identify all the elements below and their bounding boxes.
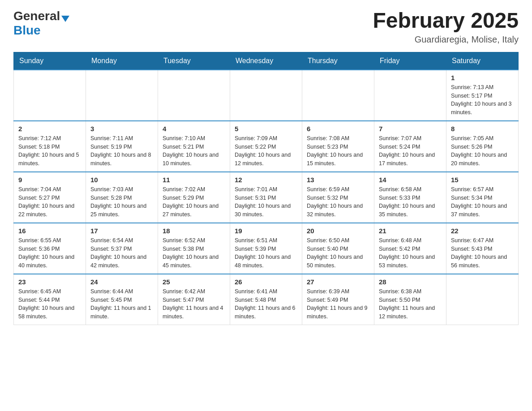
sunset-text: Sunset: 5:18 PM: [18, 144, 60, 150]
day-info: Sunrise: 7:11 AMSunset: 5:19 PMDaylight:…: [90, 134, 153, 168]
daylight-text: Daylight: 10 hours and 22 minutes.: [18, 203, 74, 218]
daylight-text: Daylight: 10 hours and 56 minutes.: [451, 254, 507, 269]
calendar-cell: [446, 274, 519, 325]
day-info: Sunrise: 7:12 AMSunset: 5:18 PMDaylight:…: [18, 134, 81, 168]
sunrise-text: Sunrise: 7:08 AM: [307, 135, 349, 141]
sunset-text: Sunset: 5:38 PM: [163, 246, 204, 252]
sunrise-text: Sunrise: 6:41 AM: [235, 288, 277, 295]
sunset-text: Sunset: 5:28 PM: [90, 195, 132, 201]
calendar-cell: 24Sunrise: 6:44 AMSunset: 5:45 PMDayligh…: [86, 274, 158, 325]
sunset-text: Sunset: 5:21 PM: [163, 144, 204, 150]
daylight-text: Daylight: 11 hours and 9 minutes.: [307, 305, 368, 320]
sunset-text: Sunset: 5:27 PM: [18, 195, 60, 201]
calendar-cell: 3Sunrise: 7:11 AMSunset: 5:19 PMDaylight…: [86, 121, 158, 172]
calendar-cell: 21Sunrise: 6:48 AMSunset: 5:42 PMDayligh…: [374, 223, 446, 274]
calendar-cell: 1Sunrise: 7:13 AMSunset: 5:17 PMDaylight…: [446, 70, 519, 121]
day-number: 14: [379, 176, 442, 184]
calendar-cell: 7Sunrise: 7:07 AMSunset: 5:24 PMDaylight…: [374, 121, 446, 172]
day-info: Sunrise: 7:03 AMSunset: 5:28 PMDaylight:…: [90, 185, 153, 219]
daylight-text: Daylight: 10 hours and 8 minutes.: [90, 152, 151, 167]
daylight-text: Daylight: 10 hours and 25 minutes.: [90, 203, 146, 218]
sunrise-text: Sunrise: 7:05 AM: [451, 135, 493, 141]
calendar-cell: 28Sunrise: 6:38 AMSunset: 5:50 PMDayligh…: [374, 274, 446, 325]
daylight-text: Daylight: 10 hours and 17 minutes.: [379, 152, 435, 167]
calendar-cell: 5Sunrise: 7:09 AMSunset: 5:22 PMDaylight…: [230, 121, 302, 172]
day-number: 22: [451, 227, 514, 235]
day-number: 28: [379, 278, 442, 286]
sunset-text: Sunset: 5:24 PM: [379, 144, 420, 150]
calendar-cell: 6Sunrise: 7:08 AMSunset: 5:23 PMDaylight…: [302, 121, 374, 172]
sunset-text: Sunset: 5:43 PM: [451, 246, 492, 252]
calendar-week-row: 23Sunrise: 6:45 AMSunset: 5:44 PMDayligh…: [14, 274, 519, 325]
calendar-cell: 2Sunrise: 7:12 AMSunset: 5:18 PMDaylight…: [14, 121, 86, 172]
sunrise-text: Sunrise: 7:01 AM: [235, 186, 277, 193]
calendar-cell: 15Sunrise: 6:57 AMSunset: 5:34 PMDayligh…: [446, 172, 519, 223]
calendar-cell: 18Sunrise: 6:52 AMSunset: 5:38 PMDayligh…: [158, 223, 230, 274]
daylight-text: Daylight: 10 hours and 27 minutes.: [163, 203, 219, 218]
calendar-cell: [374, 70, 446, 121]
day-info: Sunrise: 6:42 AMSunset: 5:47 PMDaylight:…: [163, 287, 225, 321]
day-number: 6: [307, 125, 369, 133]
day-info: Sunrise: 6:39 AMSunset: 5:49 PMDaylight:…: [307, 287, 369, 321]
col-saturday: Saturday: [446, 52, 519, 70]
day-number: 15: [451, 176, 514, 184]
day-number: 23: [18, 278, 81, 286]
day-number: 27: [307, 278, 369, 286]
day-info: Sunrise: 6:59 AMSunset: 5:32 PMDaylight:…: [307, 185, 369, 219]
daylight-text: Daylight: 10 hours and 50 minutes.: [307, 254, 363, 269]
calendar-cell: 13Sunrise: 6:59 AMSunset: 5:32 PMDayligh…: [302, 172, 374, 223]
day-number: 12: [235, 176, 297, 184]
daylight-text: Daylight: 10 hours and 42 minutes.: [90, 254, 146, 269]
day-number: 9: [18, 176, 81, 184]
sunrise-text: Sunrise: 6:48 AM: [379, 237, 421, 244]
sunrise-text: Sunrise: 6:42 AM: [163, 288, 205, 295]
sunrise-text: Sunrise: 6:57 AM: [451, 186, 493, 193]
calendar-cell: [302, 70, 374, 121]
sunrise-text: Sunrise: 7:09 AM: [235, 135, 277, 141]
sunrise-text: Sunrise: 7:11 AM: [90, 135, 133, 141]
calendar-cell: 12Sunrise: 7:01 AMSunset: 5:31 PMDayligh…: [230, 172, 302, 223]
sunrise-text: Sunrise: 6:39 AM: [307, 288, 349, 295]
day-info: Sunrise: 7:05 AMSunset: 5:26 PMDaylight:…: [451, 134, 514, 168]
sunrise-text: Sunrise: 7:02 AM: [163, 186, 205, 193]
logo-blue-text: Blue: [13, 23, 41, 38]
day-number: 20: [307, 227, 369, 235]
sunrise-text: Sunrise: 6:45 AM: [18, 288, 61, 295]
sunset-text: Sunset: 5:32 PM: [307, 195, 348, 201]
sunrise-text: Sunrise: 6:51 AM: [235, 237, 277, 244]
day-info: Sunrise: 7:01 AMSunset: 5:31 PMDaylight:…: [235, 185, 297, 219]
daylight-text: Daylight: 10 hours and 15 minutes.: [307, 152, 363, 167]
col-tuesday: Tuesday: [158, 52, 230, 70]
sunrise-text: Sunrise: 6:38 AM: [379, 288, 421, 295]
day-info: Sunrise: 7:02 AMSunset: 5:29 PMDaylight:…: [163, 185, 225, 219]
day-info: Sunrise: 6:50 AMSunset: 5:40 PMDaylight:…: [307, 236, 369, 270]
day-number: 10: [90, 176, 153, 184]
calendar-cell: [230, 70, 302, 121]
calendar-table: Sunday Monday Tuesday Wednesday Thursday…: [13, 52, 519, 325]
calendar-cell: [158, 70, 230, 121]
day-info: Sunrise: 6:52 AMSunset: 5:38 PMDaylight:…: [163, 236, 225, 270]
day-info: Sunrise: 6:58 AMSunset: 5:33 PMDaylight:…: [379, 185, 442, 219]
day-number: 5: [235, 125, 297, 133]
day-info: Sunrise: 6:38 AMSunset: 5:50 PMDaylight:…: [379, 287, 442, 321]
sunrise-text: Sunrise: 7:07 AM: [379, 135, 421, 141]
daylight-text: Daylight: 10 hours and 12 minutes.: [235, 152, 291, 167]
daylight-text: Daylight: 10 hours and 53 minutes.: [379, 254, 435, 269]
col-monday: Monday: [86, 52, 158, 70]
sunrise-text: Sunrise: 6:52 AM: [163, 237, 205, 244]
daylight-text: Daylight: 10 hours and 45 minutes.: [163, 254, 219, 269]
daylight-text: Daylight: 10 hours and 20 minutes.: [451, 152, 507, 167]
daylight-text: Daylight: 11 hours and 4 minutes.: [163, 305, 223, 320]
logo-triangle-icon: [61, 16, 69, 22]
calendar-cell: 27Sunrise: 6:39 AMSunset: 5:49 PMDayligh…: [302, 274, 374, 325]
sunset-text: Sunset: 5:49 PM: [307, 297, 348, 303]
sunset-text: Sunset: 5:44 PM: [18, 297, 60, 303]
day-info: Sunrise: 6:51 AMSunset: 5:39 PMDaylight:…: [235, 236, 297, 270]
sunset-text: Sunset: 5:50 PM: [379, 297, 420, 303]
calendar-cell: 19Sunrise: 6:51 AMSunset: 5:39 PMDayligh…: [230, 223, 302, 274]
day-number: 26: [235, 278, 297, 286]
sunset-text: Sunset: 5:19 PM: [90, 144, 132, 150]
day-number: 7: [379, 125, 442, 133]
daylight-text: Daylight: 10 hours and 5 minutes.: [18, 152, 79, 167]
calendar-cell: 17Sunrise: 6:54 AMSunset: 5:37 PMDayligh…: [86, 223, 158, 274]
